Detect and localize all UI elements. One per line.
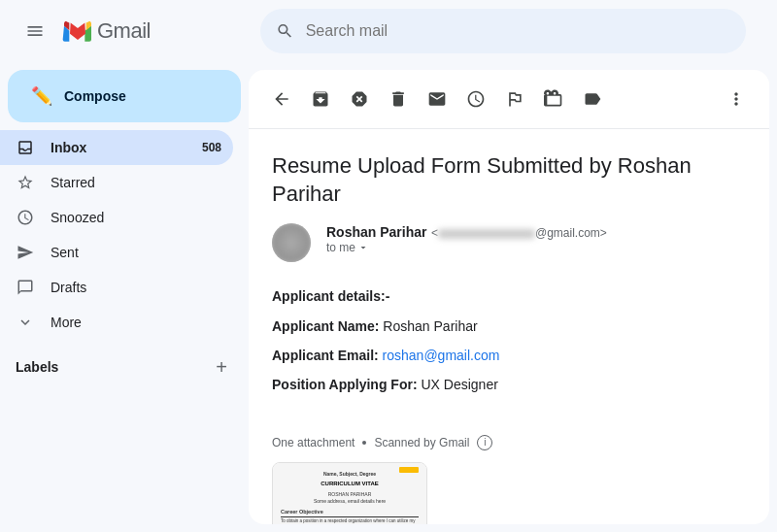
delete-button[interactable] [381,82,416,116]
add-task-button[interactable] [497,82,532,116]
sidebar: ✏️ Compose Inbox 508 Starred Snoozed [0,62,249,532]
chevron-down-icon [16,313,35,332]
sidebar-item-starred[interactable]: Starred [0,165,233,200]
compose-icon: ✏️ [31,85,52,107]
topbar-left: Gmail [16,12,249,50]
sender-name: Roshan Parihar [326,224,426,240]
snooze-button[interactable] [458,82,493,116]
position-value-text: UX Designer [421,377,497,392]
report-spam-button[interactable] [342,82,377,116]
attachment-header: One attachment Scanned by Gmail i [272,435,746,450]
yellow-bar [399,467,419,473]
snoozed-label: Snoozed [51,210,221,225]
email-label: Applicant Email: [272,348,379,363]
starred-label: Starred [51,175,221,190]
main-layout: ✏️ Compose Inbox 508 Starred Snoozed [0,62,777,532]
compose-button[interactable]: ✏️ Compose [8,70,241,122]
sender-name-row: Roshan Parihar <@gmail.com> [326,223,746,241]
to-me[interactable]: to me [326,241,746,254]
more-label: More [51,315,221,330]
gmail-logo: Gmail [62,16,151,47]
email-link[interactable]: roshan@gmail.com [383,348,500,363]
move-to-button[interactable] [536,82,571,116]
name-label: Applicant Name: [272,318,379,334]
attachment-card[interactable]: Name, Subject, Degree CURRICULUM VITAE R… [272,462,427,524]
search-bar[interactable] [260,9,746,53]
sidebar-item-sent[interactable]: Sent [0,235,233,270]
inbox-icon [16,138,35,157]
applicant-details-label: Applicant details:- [272,288,389,304]
expand-icon [357,242,369,253]
scanned-text: Scanned by Gmail [374,436,469,449]
star-icon [16,173,35,192]
sidebar-item-snoozed[interactable]: Snoozed [0,200,233,235]
avatar [272,223,311,262]
search-icon [276,21,294,41]
more-options-button[interactable] [719,82,754,116]
drafts-icon [16,278,35,297]
info-icon[interactable]: i [477,435,492,450]
name-value-text: Roshan Parihar [383,318,477,334]
menu-icon[interactable] [16,12,54,50]
sent-label: Sent [51,245,221,260]
position-label: Position Applying For: [272,377,418,392]
attachment-preview: Name, Subject, Degree CURRICULUM VITAE R… [273,463,426,524]
labels-title: Labels [16,359,58,375]
back-button[interactable] [264,82,299,116]
attachment-section: One attachment Scanned by Gmail i Name, … [249,427,769,524]
svg-marker-0 [70,22,85,40]
topbar: Gmail [0,0,777,62]
inbox-label: Inbox [51,140,186,155]
sidebar-item-drafts[interactable]: Drafts [0,270,233,305]
sidebar-item-more[interactable]: More [0,305,233,340]
sidebar-item-inbox[interactable]: Inbox 508 [0,130,233,165]
sender-email: <@gmail.com> [431,226,607,240]
email-subject: Resume Upload Form Submitted by Roshan P… [249,129,769,223]
email-sender-row: Roshan Parihar <@gmail.com> to me [249,223,769,278]
labels-add-button[interactable]: + [210,355,233,379]
email-content: Resume Upload Form Submitted by Roshan P… [249,70,769,524]
drafts-label: Drafts [51,280,221,295]
sender-info: Roshan Parihar <@gmail.com> to me [326,223,746,254]
email-toolbar [249,70,769,129]
one-attachment-text: One attachment [272,436,355,449]
labels-section: Labels + [0,340,249,386]
clock-icon [16,208,35,227]
inbox-count: 508 [202,141,221,154]
compose-label: Compose [64,88,126,104]
mark-read-button[interactable] [420,82,455,116]
send-icon [16,243,35,262]
archive-button[interactable] [303,82,338,116]
dot-separator [362,441,366,445]
label-button[interactable] [575,82,610,116]
gmail-logo-text: Gmail [97,18,151,44]
search-input[interactable] [306,22,730,40]
email-body: Applicant details:- Applicant Name: Rosh… [249,278,769,427]
